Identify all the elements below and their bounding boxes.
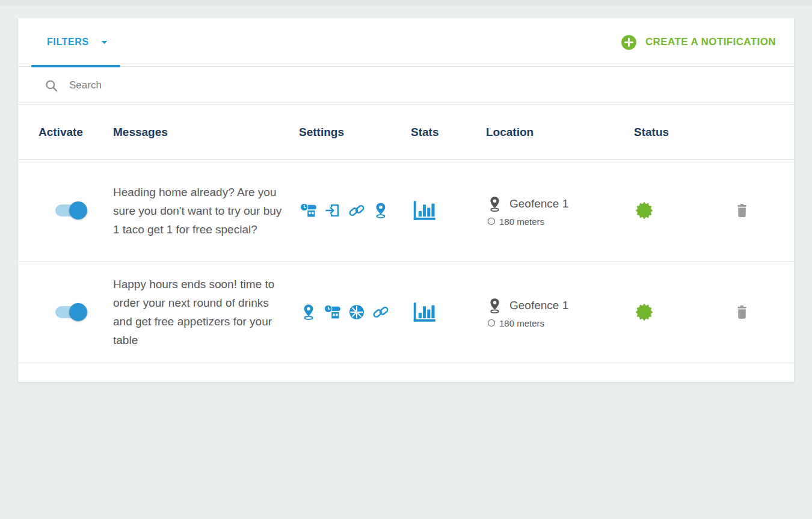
trash-icon[interactable] (735, 304, 749, 321)
active-tab-underline (31, 65, 120, 67)
geofence-radius: 180 meters (499, 217, 544, 227)
search-icon (45, 79, 58, 93)
filters-dropdown[interactable]: FILTERS (47, 37, 109, 48)
radius-circle-icon (487, 217, 496, 226)
geofence-name: Geofence 1 (509, 299, 568, 312)
tab-bar: FILTERS CREATE A NOTIFICATION (18, 18, 794, 67)
column-header-status: Status (634, 126, 735, 139)
bar-chart-icon[interactable] (411, 301, 437, 323)
link-icon[interactable] (348, 202, 365, 219)
column-header-messages: Messages (113, 126, 299, 139)
status-starburst-icon (635, 303, 653, 321)
location-pin-icon[interactable] (300, 304, 317, 321)
status-starburst-icon (635, 201, 653, 220)
message-cell: Happy hours ends soon! time to order you… (113, 275, 299, 349)
toggle-knob (69, 303, 87, 321)
status-cell (634, 303, 735, 321)
search-bar (18, 67, 794, 105)
activate-toggle[interactable] (55, 204, 83, 217)
location-cell: Geofence 1 180 meters (486, 296, 634, 328)
radius-circle-icon (487, 319, 496, 327)
plus-circle-icon (621, 34, 637, 51)
map-pin-icon (487, 195, 502, 213)
link-icon[interactable] (372, 304, 389, 321)
geofence-name: Geofence 1 (509, 197, 568, 210)
caret-down-icon (100, 38, 109, 47)
clock-icon[interactable] (348, 304, 365, 321)
actions-cell (735, 304, 778, 321)
stats-cell (411, 301, 486, 323)
filters-label: FILTERS (47, 37, 89, 48)
search-input[interactable] (69, 79, 430, 91)
activate-cell (38, 306, 113, 318)
actions-cell (735, 202, 778, 219)
message-text: Happy hours ends soon! time to order you… (113, 275, 289, 349)
create-notification-label: CREATE A NOTIFICATION (645, 36, 776, 48)
settings-icons (300, 304, 411, 321)
activate-toggle[interactable] (55, 306, 83, 318)
map-pin-icon (487, 296, 502, 315)
trash-icon[interactable] (735, 202, 749, 219)
store-hours-icon[interactable] (300, 202, 317, 219)
settings-icons (300, 202, 411, 219)
column-header-location: Location (486, 126, 634, 139)
activate-cell (38, 204, 113, 217)
geofence-radius: 180 meters (499, 318, 544, 328)
toggle-knob (69, 201, 87, 220)
message-cell: Heading home already? Are you sure you d… (113, 183, 299, 239)
column-header-stats: Stats (411, 126, 486, 139)
store-hours-icon[interactable] (324, 304, 341, 321)
column-header-settings: Settings (299, 126, 411, 139)
table-header-row: Activate Messages Settings Stats Locatio… (18, 105, 794, 160)
location-cell: Geofence 1 180 meters (486, 195, 634, 227)
table-row: Happy hours ends soon! time to order you… (18, 262, 794, 363)
location-pin-icon[interactable] (372, 202, 389, 219)
table-row: Heading home already? Are you sure you d… (18, 160, 794, 262)
stats-cell (411, 200, 486, 221)
create-notification-button[interactable]: CREATE A NOTIFICATION (621, 34, 776, 51)
message-text: Heading home already? Are you sure you d… (113, 183, 289, 239)
top-strip (0, 0, 812, 6)
bar-chart-icon[interactable] (411, 200, 437, 221)
enter-icon[interactable] (324, 202, 341, 219)
status-cell (634, 201, 735, 220)
column-header-activate: Activate (38, 126, 113, 139)
notifications-panel: FILTERS CREATE A NOTIFICATION Activate M… (18, 18, 794, 382)
